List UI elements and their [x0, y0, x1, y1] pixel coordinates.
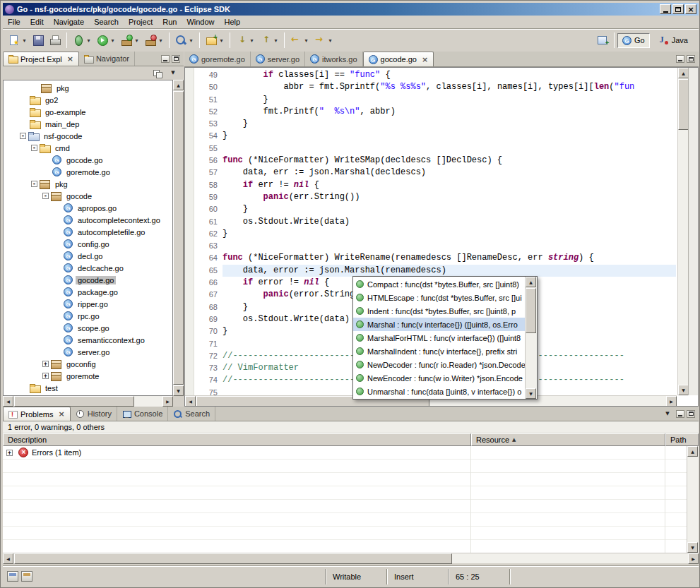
scroll-down-arrow[interactable]: ▼ — [173, 385, 184, 396]
scroll-up-arrow[interactable]: ▲ — [678, 68, 689, 78]
tree-item-gocode-go[interactable]: gocode.go — [4, 274, 172, 286]
code-line[interactable]: 56func (*NiceFormatter) WriteSMap(declde… — [185, 155, 676, 167]
autocomplete-item[interactable]: Compact : func(dst *bytes.Buffer, src []… — [353, 277, 525, 291]
editor-vertical-scrollbar[interactable]: ▲ ▼ — [677, 68, 688, 395]
code-line[interactable]: 62} — [185, 228, 676, 240]
run-last-button[interactable]: ▾ — [118, 31, 142, 49]
tab-problems[interactable]: Problems× — [3, 407, 71, 421]
perspective-java-button[interactable]: Java — [651, 31, 693, 49]
dropdown-arrow-icon[interactable]: ▾ — [249, 37, 255, 44]
open-perspective-button[interactable] — [594, 31, 611, 49]
code-line[interactable]: 54} — [185, 130, 676, 142]
maximize-view-button[interactable] — [172, 55, 180, 63]
code-line[interactable]: 63 — [185, 240, 676, 252]
minimized-view-icon[interactable] — [21, 571, 32, 582]
autocomplete-item[interactable]: Unmarshal : func(data []uint8, v interfa… — [353, 385, 525, 398]
scroll-thumb[interactable] — [526, 288, 536, 333]
expander-icon[interactable]: - — [20, 133, 26, 139]
code-line[interactable]: 52 fmt.Printf(" %s\n", abbr) — [185, 106, 676, 118]
dropdown-arrow-icon[interactable]: ▾ — [21, 37, 28, 44]
menu-file[interactable]: File — [3, 16, 25, 28]
external-tools-button[interactable]: ▾ — [142, 31, 166, 49]
code-line[interactable]: 49 if classes[i] == "func" { — [185, 69, 676, 81]
tree-item-ripper-go[interactable]: ripper.go — [4, 298, 172, 310]
code-line[interactable]: 64func (*NiceFormatter) WriteRename(rena… — [185, 252, 676, 264]
close-icon[interactable]: × — [58, 410, 64, 418]
tree-item-goremote[interactable]: +goremote — [4, 370, 172, 382]
prev-annotation-button[interactable]: ▾ — [257, 31, 281, 49]
forward-button[interactable]: ▾ — [312, 31, 336, 49]
overview-ruler[interactable] — [688, 68, 698, 395]
tree-item-goconfig[interactable]: +goconfig — [4, 358, 172, 370]
autocomplete-scrollbar[interactable]: ▲ ▼ — [525, 277, 537, 399]
autocomplete-item[interactable]: NewDecoder : func(r io.Reader) *json.Dec… — [353, 358, 525, 371]
menu-navigate[interactable]: Navigate — [49, 16, 89, 28]
tree-vertical-scrollbar[interactable]: ▲ ▼ — [173, 80, 184, 396]
menu-window[interactable]: Window — [182, 16, 219, 28]
view-menu-button[interactable]: ▼ — [661, 408, 674, 419]
autocomplete-item[interactable]: Indent : func(dst *bytes.Buffer, src []u… — [353, 304, 525, 318]
new-wizard-button[interactable]: ▾ — [6, 31, 30, 49]
menu-help[interactable]: Help — [220, 16, 246, 28]
tree-item-go2[interactable]: go2 — [4, 94, 172, 106]
perspective-go-button[interactable]: Go — [617, 33, 650, 48]
tree-item-config-go[interactable]: config.go — [4, 238, 172, 250]
tree-item-cmd[interactable]: -cmd — [4, 142, 172, 154]
dropdown-arrow-icon[interactable]: ▾ — [109, 37, 116, 44]
menu-run[interactable]: Run — [158, 16, 182, 28]
problems-vertical-scrollbar[interactable]: ▲ ▼ — [687, 446, 699, 553]
tree-item-test[interactable]: test — [4, 382, 172, 394]
expander-icon[interactable]: + — [6, 450, 13, 456]
autocomplete-item[interactable]: Marshal : func(v interface{}) ([]uint8, … — [353, 318, 525, 331]
tree-item-server-go[interactable]: server.go — [4, 346, 172, 358]
scroll-up-arrow[interactable]: ▲ — [526, 277, 536, 287]
next-annotation-button[interactable]: ▾ — [233, 31, 257, 49]
debug-button[interactable]: ▾ — [70, 31, 94, 49]
tab-project-expl[interactable]: Project Expl× — [3, 52, 79, 66]
code-line[interactable]: 55 — [185, 143, 676, 155]
print-button[interactable] — [47, 31, 64, 49]
tab-console[interactable]: Console — [117, 407, 168, 421]
tree-item-semanticcontext-go[interactable]: semanticcontext.go — [4, 334, 172, 346]
tree-horizontal-scrollbar[interactable]: ◀ ▶ — [3, 396, 173, 407]
dropdown-arrow-icon[interactable]: ▾ — [134, 37, 140, 44]
dropdown-arrow-icon[interactable]: ▾ — [303, 37, 309, 44]
code-line[interactable]: 53 } — [185, 118, 676, 130]
tree-item-gocode[interactable]: -gocode — [4, 190, 172, 202]
code-line[interactable]: 58 if err != nil { — [185, 179, 676, 191]
tree-item-main-dep[interactable]: main_dep — [4, 118, 172, 130]
autocomplete-item[interactable]: NewEncoder : func(w io.Writer) *json.Enc… — [353, 371, 525, 385]
collapse-all-button[interactable] — [151, 68, 164, 79]
close-button[interactable]: × — [685, 4, 696, 14]
minimize-view-button[interactable] — [161, 55, 170, 63]
scroll-left-arrow[interactable]: ◀ — [3, 396, 13, 407]
tree-item-nsf-gocode[interactable]: -nsf-gocode — [4, 130, 172, 142]
column-header-resource[interactable]: Resource▲ — [471, 433, 665, 446]
scroll-thumb[interactable] — [678, 79, 689, 130]
scroll-up-arrow[interactable]: ▲ — [173, 80, 184, 90]
scroll-left-arrow[interactable]: ◀ — [185, 396, 196, 407]
minimize-view-button[interactable] — [676, 410, 684, 418]
tree-item-package-go[interactable]: package.go — [4, 286, 172, 298]
scroll-thumb[interactable] — [173, 91, 184, 385]
expander-icon[interactable]: - — [42, 193, 49, 199]
tree-item-pkg[interactable]: pkg — [4, 82, 172, 94]
code-line[interactable]: 61 os.Stdout.Write(data) — [185, 216, 676, 228]
autocomplete-item[interactable]: MarshalForHTML : func(v interface{}) ([]… — [353, 331, 525, 344]
code-line[interactable]: 50 abbr = fmt.Sprintf("%s %s%s", classes… — [185, 81, 676, 93]
autocomplete-item[interactable]: MarshalIndent : func(v interface{}, pref… — [353, 344, 525, 358]
dropdown-arrow-icon[interactable]: ▾ — [273, 37, 279, 44]
expander-icon[interactable]: - — [31, 181, 37, 187]
column-header-description[interactable]: Description — [3, 433, 471, 446]
tab-server-go[interactable]: server.go — [251, 52, 305, 66]
code-line[interactable]: 60 } — [185, 203, 676, 215]
tree-item-autocompletefile-go[interactable]: autocompletefile.go — [4, 226, 172, 238]
close-icon[interactable]: × — [422, 56, 428, 64]
scroll-left-arrow[interactable]: ◀ — [3, 553, 13, 564]
close-icon[interactable]: × — [67, 55, 73, 63]
expander-icon[interactable]: - — [31, 145, 37, 151]
save-button[interactable] — [30, 31, 47, 49]
dropdown-arrow-icon[interactable]: ▾ — [218, 37, 225, 44]
tree-item-pkg[interactable]: -pkg — [4, 178, 172, 190]
tree-item-declcache-go[interactable]: declcache.go — [4, 262, 172, 274]
